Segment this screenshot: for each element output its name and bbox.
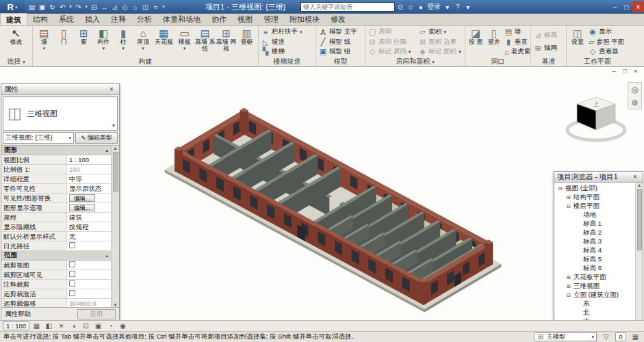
property-value[interactable]: 显示原状态 [67, 184, 111, 193]
tree-item-level-2[interactable]: ⊞标高 2 [554, 228, 643, 237]
floor-button[interactable]: ▭ 楼板 ▾ [175, 27, 194, 57]
default-3d-view-icon[interactable]: ⌂ [130, 1, 140, 12]
tree-item-site[interactable]: ⊞场地 [554, 211, 643, 220]
edit-display-options-button[interactable]: 编辑... [69, 204, 95, 211]
show-workplane-button[interactable]: ◉ 显示 [587, 27, 626, 37]
tree-item-structural-plans[interactable]: ⊞ 结构平面 [554, 193, 643, 202]
expand-icon[interactable]: ⊞ [565, 283, 571, 289]
undo-dropdown-icon[interactable]: ▾ [68, 1, 73, 12]
tree-item-level-5[interactable]: ⊞标高 5 [554, 255, 643, 264]
sync-icon[interactable]: ↻ [47, 1, 57, 12]
crop-view-icon[interactable]: ⊡ [81, 321, 91, 330]
sun-path-checkbox[interactable] [69, 242, 75, 248]
collapse-icon[interactable]: ⊟ [565, 203, 571, 209]
tree-item-3d-views[interactable]: ⊞ 三维视图 [554, 282, 643, 291]
tab-collaborate[interactable]: 协作 [206, 13, 232, 25]
minimize-button[interactable]: – [609, 1, 621, 12]
tag-icon[interactable]: ◇ [120, 1, 130, 12]
close-icon[interactable]: × [630, 173, 640, 181]
view-selector[interactable]: 三维视图: {三维} ▾ [3, 132, 74, 144]
crop-visible-checkbox[interactable] [69, 271, 75, 277]
roof-button[interactable]: ⌂ 屋顶 ▾ [133, 27, 153, 57]
railing-button[interactable]: ≡ 栏杆扶手 ▾ [260, 27, 314, 37]
area-boundary-button[interactable]: ⊞ 面积 边界 [417, 37, 463, 47]
tree-item-elevations[interactable]: ⊟ 立面 (建筑立面) [554, 291, 643, 300]
dormer-button[interactable]: ⌂ 老虎窗 [503, 47, 529, 57]
ceiling-button[interactable]: ▦ 天花板 [153, 27, 175, 57]
scroll-up-icon[interactable]: ▲ [113, 146, 118, 150]
tab-analyze[interactable]: 分析 [131, 13, 157, 25]
tree-item-level-4[interactable]: ⊞标高 4 [554, 246, 643, 255]
close-button[interactable]: × [632, 1, 644, 12]
save-icon[interactable]: ▣ [37, 1, 47, 12]
panel-label-select[interactable]: 选择 ▾ [0, 57, 32, 66]
mullion-button[interactable]: ▥ 竖梃 [237, 27, 257, 57]
tree-item-level-3[interactable]: ⊞标高 3 [554, 237, 643, 246]
viewcube[interactable]: 上 [563, 90, 629, 146]
communication-center-icon[interactable]: ☆ [405, 3, 415, 11]
print-icon[interactable]: ⊟ [89, 1, 99, 12]
curtain-system-button[interactable]: ▤ 幕墙 系统 [194, 27, 216, 57]
apply-button[interactable]: 应用 [77, 309, 116, 319]
section-icon[interactable]: ◫ [140, 1, 151, 12]
collapse-icon[interactable]: ⊟ [557, 185, 563, 192]
zoom-icon[interactable]: ⊕ [628, 96, 641, 109]
wall-opening-button[interactable]: ▤ 墙 [503, 27, 529, 37]
wall-button[interactable]: ▤ 墙 ▾ [34, 27, 54, 57]
model-group-button[interactable]: ▣ 模型 组 [318, 47, 363, 57]
scroll-thumb[interactable] [113, 152, 118, 192]
vertical-opening-button[interactable]: ▮ 垂直 [503, 37, 529, 47]
curtain-grid-button[interactable]: ⊞ 幕墙 网格 [216, 27, 237, 57]
grid-button[interactable]: ⊞ 轴网 [532, 44, 565, 53]
edit-type-button[interactable]: ✎ 编辑类型 [75, 132, 118, 144]
tab-view[interactable]: 视图 [232, 13, 258, 25]
sun-path-icon[interactable]: ☀ [56, 321, 66, 330]
tab-manage[interactable]: 管理 [258, 13, 284, 25]
properties-header[interactable]: 属性 × [1, 84, 119, 95]
view-close-icon[interactable]: × [632, 68, 640, 75]
tree-item-ceiling-plans[interactable]: ⊞ 天花板平面 [554, 273, 643, 282]
property-value[interactable]: 按规程 [67, 222, 111, 231]
component-button[interactable]: ◧ 构件 ▾ [94, 27, 114, 57]
area-button[interactable]: ▱ 面积 ▾ [417, 27, 463, 37]
redo-icon[interactable]: ↷ [73, 1, 83, 12]
edit-visibility-button[interactable]: 编辑... [69, 194, 95, 202]
tree-item-east[interactable]: ⊞东 [554, 300, 643, 308]
scroll-down-icon[interactable]: ▼ [113, 302, 118, 307]
browser-scrollbar[interactable]: ▲ ▼ [635, 183, 643, 337]
tab-architecture[interactable]: 建筑 [0, 13, 27, 25]
help-dropdown-icon[interactable]: ▾ [463, 3, 473, 11]
detail-level-icon[interactable]: ▦ [31, 321, 42, 330]
set-workplane-button[interactable]: ◫ 设置 [568, 27, 587, 57]
view-scale-button[interactable]: 1 : 100 [3, 321, 29, 330]
expand-icon[interactable]: ⊞ [565, 274, 571, 280]
view-restore-icon[interactable]: □ [621, 68, 629, 75]
viewcube-top-label[interactable]: 上 [593, 101, 600, 107]
login-dropdown-icon[interactable]: ▾ [442, 3, 452, 11]
column-button[interactable]: ▮ 柱 ▾ [114, 27, 133, 57]
scroll-thumb[interactable] [637, 189, 642, 250]
ref-plane-button[interactable]: ▱ 参照 平面 [587, 37, 626, 47]
crop-view-checkbox[interactable] [69, 261, 75, 267]
search-input[interactable] [300, 2, 395, 12]
modify-button[interactable]: ↖ 修改 [10, 27, 23, 57]
temporary-hide-icon[interactable]: ◔ [105, 321, 116, 330]
steering-wheel-icon[interactable]: ◎ [628, 83, 641, 96]
tab-addins[interactable]: 附加模块 [284, 13, 325, 25]
ramp-button[interactable]: ◺ 坡道 [260, 37, 314, 47]
model-line-button[interactable]: ╱ 模型 线 [318, 37, 363, 47]
view-minimize-icon[interactable]: – [610, 68, 618, 75]
property-value[interactable]: 无 [67, 232, 111, 241]
panel-label-room-area[interactable]: 房间和面积 ▾ [365, 57, 465, 66]
help-button[interactable]: ? [452, 3, 463, 11]
level-button[interactable]: ⊿ 标高 [532, 30, 565, 40]
crop-region-icon[interactable]: ▣ [93, 321, 103, 330]
tree-item-views[interactable]: ⊟ 视图 (全部) [554, 184, 643, 193]
property-value[interactable]: 304800.0 [67, 299, 111, 307]
tree-item-north[interactable]: ⊞北 [554, 308, 643, 317]
filter-icon[interactable]: ▽ [601, 333, 611, 341]
tag-area-button[interactable]: ◈ 标记 面积 ▾ [417, 47, 463, 57]
undo-icon[interactable]: ↶ [57, 1, 68, 12]
expand-icon[interactable]: ⊞ [565, 194, 571, 200]
app-menu-button[interactable]: R ▾ [0, 0, 25, 14]
